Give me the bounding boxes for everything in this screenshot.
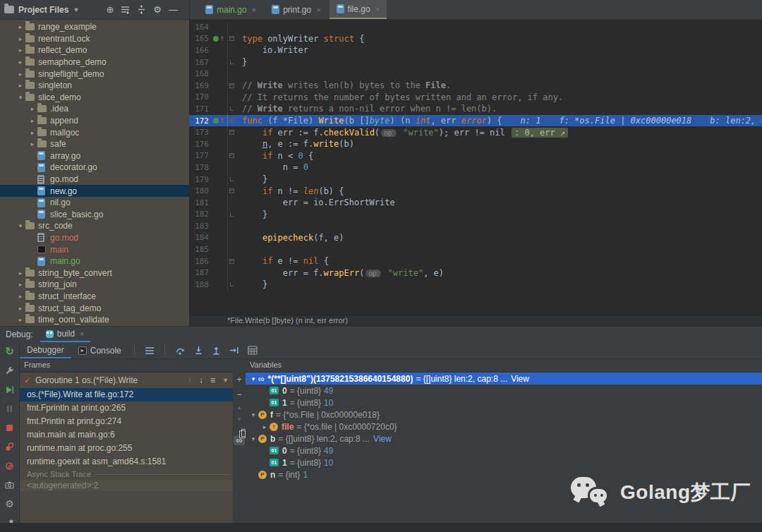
code-line[interactable]: 185 [189,243,762,255]
tree-chevron-icon[interactable]: ▸ [28,129,37,136]
variable-row[interactable]: ▾Pb= {[]uint8} len:2, cap:8 ...View [246,433,762,445]
line-number[interactable]: 176 [189,140,213,149]
view-link[interactable]: View [511,374,529,384]
tree-item[interactable]: ▸mallgoc [0,126,189,138]
code-line[interactable]: 165↑−type onlyWriter struct { [189,33,762,45]
tree-item[interactable]: main [0,243,189,255]
close-icon[interactable]: × [316,6,320,14]
locate-icon[interactable]: ⊕ [106,5,114,14]
variable-row[interactable]: 011= {uint8}10 [246,397,762,409]
pause-icon[interactable] [4,403,16,414]
line-number[interactable]: 188 [189,280,213,289]
tree-chevron-icon[interactable]: ▸ [16,281,25,288]
implements-icon[interactable] [213,36,219,42]
fold-start-icon[interactable]: − [229,130,234,135]
code-line[interactable]: 170// It returns the number of bytes wri… [189,92,762,104]
fold-column[interactable] [227,103,235,115]
tree-item[interactable]: ▸semaphore_demo [0,56,189,68]
line-number[interactable]: 183 [189,222,213,231]
fold-column[interactable]: − [227,150,235,162]
variable-row[interactable]: ▾∞*(**[]uint8")(13758215386640154880)= {… [246,373,762,385]
tree-chevron-icon[interactable]: ▸ [28,105,37,112]
tree-chevron-icon[interactable]: ▸ [16,23,25,30]
tree-item[interactable]: ▸reentrantLock [0,33,189,45]
mute-breakpoints-icon[interactable] [4,460,16,471]
fold-end-icon[interactable] [230,212,234,217]
rerun-icon[interactable]: ↻ [4,346,16,357]
fold-column[interactable] [227,197,235,209]
frame-row[interactable]: <autogenerated>:2 [20,480,233,491]
fold-column[interactable] [227,44,235,56]
tree-item[interactable]: ▸singleflight_demo [0,68,189,80]
chevron-down-icon[interactable]: ▼ [73,6,79,13]
view-link[interactable]: View [373,434,392,444]
line-number[interactable]: 182 [189,210,213,219]
fold-column[interactable] [227,232,235,244]
line-number[interactable]: 180 [189,186,213,195]
frame-row[interactable]: main.main at main.go:6 [20,428,233,442]
settings-icon[interactable]: ⚙ [4,498,16,509]
code-line[interactable]: 164 [189,21,762,33]
tree-chevron-icon[interactable]: ▸ [16,82,25,89]
tree-item[interactable]: ▸string_byte_convert [0,267,189,279]
editor-tab-print.go[interactable]: print.go× [265,0,327,19]
fold-end-icon[interactable] [230,60,234,64]
code-line[interactable]: 173− if err := f.checkValid(op: "write")… [189,126,762,138]
line-number[interactable]: 164 [189,23,213,32]
editor-tab-file.go[interactable]: file.go× [329,0,387,19]
camera-icon[interactable] [4,479,16,490]
step-into-icon[interactable] [194,346,203,355]
fold-column[interactable] [227,162,235,174]
tree-item[interactable]: ▸reflect_demo [0,44,189,56]
fold-column[interactable] [227,68,235,80]
tree-chevron-icon[interactable]: ▾ [16,222,25,229]
thread-selector[interactable]: ✓ Goroutine 1 os.(*File).Write ↑ ↓ ≡ ▼ [20,373,233,388]
tree-chevron-icon[interactable]: ▸ [28,117,37,124]
variable-row[interactable]: ▸ffile= {*os.file | 0xc0000720c0} [246,421,762,433]
tree-item[interactable]: nil.go [0,197,189,209]
wrench-icon[interactable] [4,365,16,376]
code-line[interactable]: 176 n, e := f.write(b) [189,138,762,150]
frame-row[interactable]: fmt.Fprintln at print.go:265 [20,401,233,415]
code-line[interactable]: 187 err = f.wrapErr(op: "write", e) [189,267,762,279]
code-line[interactable]: 186− if e != nil { [189,255,762,267]
line-number[interactable]: 181 [189,198,213,207]
frame-row[interactable]: runtime.goexit at asm_amd64.s:1581 [20,455,233,468]
tree-chevron-icon[interactable]: ▸ [16,59,25,66]
tree-item[interactable]: go.mod [0,174,189,186]
code-editor[interactable]: 164165↑−type onlyWriter struct {166 io.W… [189,20,762,326]
move-down-icon[interactable]: ▼ [234,417,245,423]
tree-item[interactable]: ▸string_join [0,279,189,291]
arrow-down-icon[interactable]: ↓ [199,375,203,385]
line-number[interactable]: 187 [189,268,213,277]
code-line[interactable]: 188 } [189,279,762,291]
tree-item[interactable]: ▾slice_demo [0,92,189,104]
tree-chevron-icon[interactable]: ▸ [16,71,25,78]
code-line[interactable]: 177− if n < 0 { [189,150,762,162]
code-line[interactable]: 167} [189,56,762,68]
tree-item[interactable]: ▾src_code [0,220,189,232]
fold-end-icon[interactable] [230,282,234,286]
tree-item[interactable]: ▸time_oom_validate [0,314,189,326]
stop-icon[interactable] [4,422,16,433]
fold-start-icon[interactable]: − [229,259,234,264]
fold-column[interactable] [227,56,235,68]
line-number[interactable]: 186 [189,257,213,266]
fold-column[interactable]: − [227,185,235,197]
line-number[interactable]: 165 [189,34,213,43]
code-line[interactable]: 178 n = 0 [189,162,762,174]
fold-column[interactable]: − [227,33,235,45]
variable-expander-icon[interactable]: ▾ [248,375,258,382]
line-number[interactable]: 169 [189,81,213,90]
move-up-icon[interactable]: ▲ [234,405,245,411]
fold-column[interactable] [227,92,235,104]
tree-item[interactable]: ▸singleton [0,80,189,92]
filter-icon[interactable]: ≡ [210,375,215,385]
variable-expander-icon[interactable]: ▾ [248,435,258,442]
tree-item[interactable]: main.go [0,255,189,267]
tree-chevron-icon[interactable]: ▸ [28,140,37,147]
fold-column[interactable] [227,209,235,221]
fold-column[interactable] [227,267,235,279]
tree-chevron-icon[interactable]: ▸ [16,293,25,300]
code-line[interactable]: 183 [189,220,762,232]
